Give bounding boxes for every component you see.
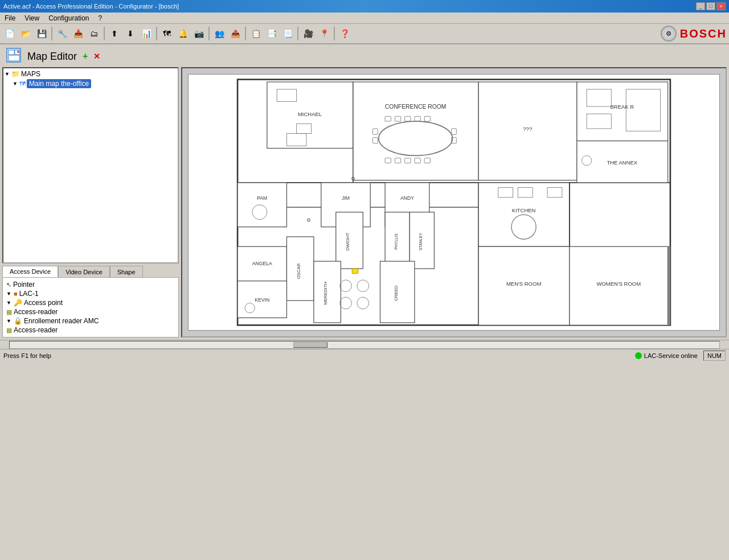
open-button[interactable]: 📂 xyxy=(18,26,33,41)
cards-button[interactable]: 🗂 xyxy=(87,26,101,41)
maps-tree-panel[interactable]: ▼ 📁 MAPS ▼ 🗺 Main map the-office xyxy=(2,67,179,263)
lac-status-dot xyxy=(635,352,642,359)
separator-5 xyxy=(245,27,246,40)
graph-button[interactable]: 📊 xyxy=(139,26,154,41)
svg-text:MICHAEL: MICHAEL xyxy=(298,111,322,117)
lac1-icon: ■ xyxy=(14,290,18,297)
svg-text:PAM: PAM xyxy=(257,195,267,201)
access-reader-1-label: Access-reader xyxy=(14,308,58,316)
map-area[interactable]: MICHAEL CONFERENCE ROOM xyxy=(181,67,727,337)
map-button[interactable]: 🗺 xyxy=(159,26,174,41)
close-map-editor-button[interactable]: ✕ xyxy=(93,52,100,61)
lac1-label: LAC-1 xyxy=(19,290,39,298)
folder-icon: 📁 xyxy=(11,70,20,78)
menu-file[interactable]: File xyxy=(2,14,18,23)
map-editor-title: Map Editor xyxy=(27,51,77,63)
minimize-button[interactable]: _ xyxy=(696,2,705,10)
reader1-icon: ▦ xyxy=(6,308,12,316)
split-layout: ▼ 📁 MAPS ▼ 🗺 Main map the-office Access … xyxy=(0,65,729,340)
num-lock-indicator: NUM xyxy=(703,351,726,361)
maps-label: MAPS xyxy=(21,70,40,78)
svg-rect-83 xyxy=(668,246,670,325)
camera-button[interactable]: 📷 xyxy=(191,26,206,41)
access-reader-1-item[interactable]: ▦ Access-reader xyxy=(5,307,176,316)
svg-rect-13 xyxy=(353,82,478,180)
svg-text:CREED: CREED xyxy=(394,285,399,301)
separator-7 xyxy=(334,27,335,40)
menu-configuration[interactable]: Configuration xyxy=(46,14,91,23)
map-editor-header: Map Editor + ✕ xyxy=(0,44,729,65)
access-point-item[interactable]: ▼ 🔑 Access point xyxy=(5,298,176,307)
lac1-expand[interactable]: ▼ xyxy=(6,291,12,297)
toolbar: 📄 📂 💾 🔧 📥 🗂 ⬆ ⬇ 📊 🗺 🔔 📷 👥 📤 📋 📑 📃 🎥 📍 ❓ … xyxy=(0,24,729,44)
svg-text:BREAK R: BREAK R xyxy=(610,104,634,110)
save-button[interactable]: 💾 xyxy=(34,26,49,41)
tab-access-device[interactable]: Access Device xyxy=(2,266,58,277)
map-editor-icon xyxy=(6,47,22,66)
tools-button[interactable]: 🔧 xyxy=(55,26,69,41)
report3-button[interactable]: 📃 xyxy=(280,26,295,41)
lac1-item[interactable]: ▼ ■ LAC-1 xyxy=(5,289,176,298)
add-map-button[interactable]: + xyxy=(83,51,88,61)
scrollbar-thumb[interactable] xyxy=(293,342,327,348)
export-button[interactable]: 📤 xyxy=(228,26,243,41)
map-canvas: MICHAEL CONFERENCE ROOM xyxy=(188,74,720,331)
lac-label: LAC-Service online xyxy=(644,352,698,359)
svg-text:THE ANNEX: THE ANNEX xyxy=(607,159,637,166)
window-controls[interactable]: _ □ × xyxy=(696,2,726,10)
map-node-icon: 🗺 xyxy=(19,80,26,87)
tree-root-maps[interactable]: ▼ 📁 MAPS xyxy=(5,69,177,79)
separator-2 xyxy=(104,27,105,40)
enroll-label: Enrollement reader AMC xyxy=(24,317,99,325)
main-map-label[interactable]: Main map the-office xyxy=(27,79,91,88)
tab-header: Access Device Video Device Shape xyxy=(2,266,179,277)
enroll-reader-item[interactable]: ▼ 🔒 Enrollement reader AMC xyxy=(5,316,176,326)
tab-content: ↖ Pointer ▼ ■ LAC-1 ▼ 🔑 Access point xyxy=(2,277,179,337)
download-button[interactable]: ⬇ xyxy=(123,26,138,41)
tab-shape[interactable]: Shape xyxy=(110,266,143,277)
menu-help[interactable]: ? xyxy=(96,14,105,23)
pin-button[interactable]: 📍 xyxy=(317,26,331,41)
alarm-button[interactable]: 🔔 xyxy=(175,26,190,41)
help-text: Press F1 for help xyxy=(3,352,51,359)
svg-text:PHYLLIS: PHYLLIS xyxy=(394,233,398,250)
enroll-expand[interactable]: ▼ xyxy=(6,318,12,324)
left-panel: ▼ 📁 MAPS ▼ 🗺 Main map the-office Access … xyxy=(2,67,179,337)
pointer-item[interactable]: ↖ Pointer xyxy=(5,280,176,289)
separator-1 xyxy=(51,27,52,40)
tree-indent-1: ▼ 🗺 Main map the-office xyxy=(5,79,177,89)
sub-expand-icon[interactable]: ▼ xyxy=(13,81,18,87)
tree-expand-row[interactable]: ▼ 🗺 Main map the-office xyxy=(13,79,177,89)
help-button[interactable]: ❓ xyxy=(337,26,352,41)
enroll-icon: 🔒 xyxy=(14,317,22,325)
menu-bar: File View Configuration ? xyxy=(0,13,729,24)
app-title: Active.acf - Access Professional Edition… xyxy=(3,3,179,10)
video-button[interactable]: 🎥 xyxy=(301,26,316,41)
people-button[interactable]: 👥 xyxy=(212,26,227,41)
expand-icon[interactable]: ▼ xyxy=(5,71,10,77)
svg-text:KITCHEN: KITCHEN xyxy=(512,207,536,213)
menu-view[interactable]: View xyxy=(22,14,42,23)
svg-text:STANLEY: STANLEY xyxy=(419,233,423,250)
upload-button[interactable]: ⬆ xyxy=(107,26,122,41)
close-button[interactable]: × xyxy=(716,2,726,10)
svg-text:MEREDITH: MEREDITH xyxy=(323,282,328,305)
horizontal-scrollbar[interactable] xyxy=(9,341,720,349)
bosch-logo: ⚙ BOSCH xyxy=(661,26,727,42)
svg-text:KEVIN: KEVIN xyxy=(255,297,269,303)
scrollbar-area[interactable] xyxy=(0,340,729,349)
report1-button[interactable]: 📋 xyxy=(248,26,263,41)
report2-button[interactable]: 📑 xyxy=(264,26,279,41)
tab-video-device[interactable]: Video Device xyxy=(58,266,110,277)
device-tabs: Access Device Video Device Shape ↖ Point… xyxy=(2,266,179,337)
access-point-expand[interactable]: ▼ xyxy=(6,300,12,306)
new-button[interactable]: 📄 xyxy=(2,26,17,41)
maximize-button[interactable]: □ xyxy=(706,2,715,10)
svg-text:⚙: ⚙ xyxy=(306,217,311,223)
access-reader-2-item[interactable]: ▦ Access-reader xyxy=(5,326,176,335)
svg-text:ANGELA: ANGELA xyxy=(252,261,272,266)
import-button[interactable]: 📥 xyxy=(71,26,85,41)
svg-text:WOMEN'S ROOM: WOMEN'S ROOM xyxy=(596,281,641,287)
svg-text:???: ??? xyxy=(523,126,533,132)
pointer-label: Pointer xyxy=(13,281,35,289)
